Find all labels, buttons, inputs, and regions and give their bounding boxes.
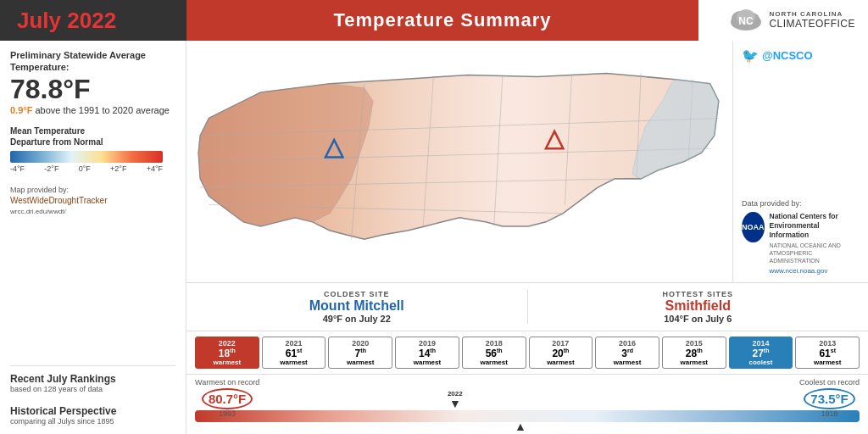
hottest-detail: 104°F on July 6 <box>537 314 860 324</box>
hist-coolest-year: 1918 <box>821 409 837 418</box>
hist-warmest-label: Warmest on record <box>195 378 259 387</box>
hist-coolest-label: Coolest on record <box>799 378 860 387</box>
header: July 2022 Temperature Summary NC NORTH C… <box>0 0 868 41</box>
map-credit-url: wrcc.dri.edu/wwdt/ <box>10 207 175 216</box>
page-title: July 2022 <box>17 8 116 34</box>
year-rank: 56th <box>464 348 525 359</box>
right-info-panel: 🐦 @NCSCO Data provided by: NOAA National… <box>732 41 868 282</box>
nc-map <box>192 46 727 277</box>
rankings-section-label: Recent July Rankings based on 128 years … <box>10 365 175 393</box>
hist-warmest-year: 1993 <box>219 409 236 418</box>
data-credit: Data provided by: NOAA National Centers … <box>742 198 860 275</box>
hottest-site: HOTTEST SITES Smithfield 104°F on July 6 <box>528 290 869 324</box>
map-container <box>186 41 732 282</box>
hist-warmest-val: 80.7°F <box>202 388 253 409</box>
year-rank: 7th <box>330 348 391 359</box>
year-label: 2013 <box>797 339 858 348</box>
year-label: 2021 <box>264 339 325 348</box>
year-rank: 18th <box>197 348 258 359</box>
page-subtitle: Temperature Summary <box>333 9 551 31</box>
anomaly-text: above the 1991 to 2020 average <box>35 105 169 115</box>
year-card-2018: 2018 56th warmest <box>462 337 526 369</box>
years-row: 2022 18th warmest 2021 61st warmest 2020… <box>195 337 860 369</box>
twitter-icon: 🐦 <box>742 47 759 64</box>
year-rank: 61st <box>797 348 858 359</box>
avg-temp-section: Preliminary Statewide Average Temperatur… <box>10 49 175 115</box>
year-rank: 27th <box>731 348 792 359</box>
hottest-name: Smithfield <box>537 298 860 314</box>
map-area: 🐦 @NCSCO Data provided by: NOAA National… <box>186 41 868 282</box>
year-card-2016: 2016 3rd warmest <box>595 337 659 369</box>
year-card-2020: 2020 7th warmest <box>328 337 392 369</box>
hist-2022-arrow: ▼ <box>449 398 461 409</box>
legend-label-3: +2°F <box>110 164 126 173</box>
data-credit-row: NOAA National Centers for Environmental … <box>742 212 860 275</box>
legend-color-bar <box>10 151 163 163</box>
coldest-label: COLDEST SITE <box>195 290 519 298</box>
twitter-handle[interactable]: @NCSCO <box>762 49 813 62</box>
hottest-label: HOTTEST SITES <box>537 290 860 298</box>
hist-avg-arrow: ▲ <box>515 420 526 433</box>
historical-title: Historical Perspective <box>10 405 175 417</box>
data-credit-sub: NATIONAL OCEANIC AND ATMOSPHERIC ADMINIS… <box>770 242 860 264</box>
year-rank: 61st <box>264 348 325 359</box>
year-label: 2017 <box>531 339 592 348</box>
header-subtitle-section: Temperature Summary <box>186 0 698 41</box>
year-label: 2014 <box>731 339 792 348</box>
avg-temp-label: Preliminary Statewide Average Temperatur… <box>10 49 175 74</box>
avg-temp-anomaly: 0.9°F above the 1991 to 2020 average <box>10 105 175 115</box>
data-credit-url: www.ncei.noaa.gov <box>770 266 860 275</box>
rankings-bar: 2022 18th warmest 2021 61st warmest 2020… <box>186 331 868 374</box>
hist-gradient-bar: 2022 ▼ ▲ 1991 to 2020 average <box>195 410 860 422</box>
hist-2022-marker: 2022 ▼ <box>448 390 463 409</box>
header-title-section: July 2022 <box>0 0 186 41</box>
noaa-logo: NOAA <box>742 212 765 242</box>
legend-label-1: -2°F <box>44 164 58 173</box>
legend-labels: -4°F -2°F 0°F +2°F +4°F <box>10 164 163 173</box>
data-credit-org: National Centers for Environmental Infor… <box>770 212 860 240</box>
year-label: 2016 <box>597 339 658 348</box>
historical-bar: Warmest on record 80.7°F 1993 Coolest on… <box>186 374 868 434</box>
year-card-2015: 2015 28th warmest <box>662 337 726 369</box>
historical-subtitle: comparing all Julys since 1895 <box>10 417 175 426</box>
year-desc: warmest <box>330 359 391 366</box>
coldest-name: Mount Mitchell <box>195 298 519 314</box>
year-label: 2022 <box>197 339 258 348</box>
nc-text: NORTH CAROLINA CLIMATEOFFICE <box>769 11 855 30</box>
coldest-site: COLDEST SITE Mount Mitchell 49°F on July… <box>186 290 528 324</box>
legend-label-4: +4°F <box>147 164 163 173</box>
year-desc: warmest <box>597 359 658 366</box>
year-desc: coolest <box>731 359 792 366</box>
avg-temp-value: 78.8°F <box>10 74 175 105</box>
year-card-2022: 2022 18th warmest <box>195 337 259 369</box>
hist-avg-marker: ▲ 1991 to 2020 average <box>487 420 554 434</box>
hist-bar-container: Warmest on record 80.7°F 1993 Coolest on… <box>195 378 860 429</box>
legend-label-2: 0°F <box>79 164 91 173</box>
year-desc: warmest <box>797 359 858 366</box>
map-credit: Map provided by: WestWideDroughtTracker … <box>10 185 175 217</box>
year-label: 2015 <box>664 339 725 348</box>
year-rank: 20th <box>531 348 592 359</box>
legend-title: Mean TemperatureDeparture from Normal <box>10 125 175 147</box>
main-content: Preliminary Statewide Average Temperatur… <box>0 41 868 434</box>
anomaly-val: 0.9°F <box>10 105 32 115</box>
header-logo-section: NC NORTH CAROLINA CLIMATEOFFICE <box>698 0 868 41</box>
year-desc: warmest <box>197 359 258 366</box>
map-credit-name: WestWideDroughtTracker <box>10 195 175 207</box>
year-card-2019: 2019 14th warmest <box>395 337 459 369</box>
year-rank: 28th <box>664 348 725 359</box>
year-desc: warmest <box>664 359 725 366</box>
year-label: 2020 <box>330 339 391 348</box>
map-credit-label: Map provided by: <box>10 185 175 196</box>
year-card-2017: 2017 20th warmest <box>529 337 593 369</box>
year-rank: 3rd <box>597 348 658 359</box>
year-label: 2018 <box>464 339 525 348</box>
svg-text:NC: NC <box>739 15 754 27</box>
twitter-row: 🐦 @NCSCO <box>742 47 860 64</box>
year-label: 2019 <box>397 339 458 348</box>
rankings-subtitle: based on 128 years of data <box>10 385 175 393</box>
coldest-detail: 49°F on July 22 <box>195 314 519 324</box>
year-rank: 14th <box>397 348 458 359</box>
year-card-2014: 2014 27th coolest <box>729 337 793 369</box>
legend-section: Mean TemperatureDeparture from Normal -4… <box>10 125 175 173</box>
